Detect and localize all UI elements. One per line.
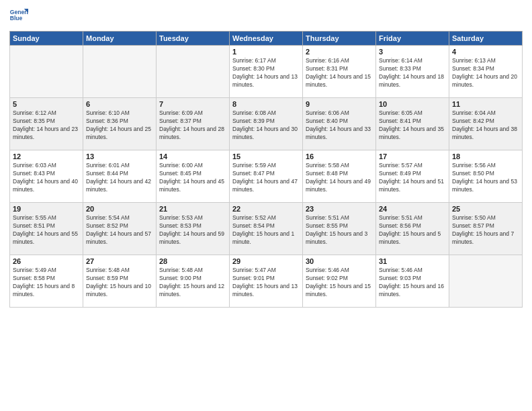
day-info: Sunrise: 5:47 AMSunset: 9:01 PMDaylight:… bbox=[232, 267, 300, 299]
day-number: 22 bbox=[232, 205, 300, 213]
day-info: Sunrise: 5:48 AMSunset: 8:59 PMDaylight:… bbox=[86, 267, 153, 299]
day-info: Sunrise: 5:46 AMSunset: 9:03 PMDaylight:… bbox=[379, 267, 446, 299]
calendar-cell: 18Sunrise: 5:56 AMSunset: 8:50 PMDayligh… bbox=[449, 150, 523, 203]
day-number: 3 bbox=[379, 48, 446, 56]
day-number: 9 bbox=[306, 100, 373, 108]
day-info: Sunrise: 6:12 AMSunset: 8:35 PMDaylight:… bbox=[13, 109, 80, 142]
day-info: Sunrise: 6:06 AMSunset: 8:40 PMDaylight:… bbox=[306, 109, 373, 142]
day-info: Sunrise: 5:49 AMSunset: 8:58 PMDaylight:… bbox=[13, 267, 80, 299]
day-info: Sunrise: 6:05 AMSunset: 8:41 PMDaylight:… bbox=[379, 109, 446, 142]
day-number: 31 bbox=[379, 257, 446, 265]
day-info: Sunrise: 5:52 AMSunset: 8:54 PMDaylight:… bbox=[232, 214, 300, 246]
day-number: 20 bbox=[86, 205, 153, 213]
header-friday: Friday bbox=[376, 32, 449, 46]
day-info: Sunrise: 6:09 AMSunset: 8:37 PMDaylight:… bbox=[159, 109, 226, 142]
calendar-cell: 25Sunrise: 5:50 AMSunset: 8:57 PMDayligh… bbox=[449, 203, 523, 255]
calendar-cell: 19Sunrise: 5:55 AMSunset: 8:51 PMDayligh… bbox=[10, 203, 83, 255]
day-number: 11 bbox=[452, 100, 519, 108]
calendar-cell: 9Sunrise: 6:06 AMSunset: 8:40 PMDaylight… bbox=[303, 98, 376, 150]
day-number: 27 bbox=[86, 257, 153, 265]
calendar-cell bbox=[10, 46, 83, 98]
day-info: Sunrise: 6:08 AMSunset: 8:39 PMDaylight:… bbox=[232, 109, 300, 142]
calendar-cell: 3Sunrise: 6:14 AMSunset: 8:33 PMDaylight… bbox=[376, 46, 449, 98]
day-number: 10 bbox=[379, 100, 446, 108]
calendar-cell: 16Sunrise: 5:58 AMSunset: 8:48 PMDayligh… bbox=[303, 150, 376, 203]
day-number: 8 bbox=[232, 100, 300, 108]
calendar-cell: 15Sunrise: 5:59 AMSunset: 8:47 PMDayligh… bbox=[230, 150, 303, 203]
calendar-cell: 17Sunrise: 5:57 AMSunset: 8:49 PMDayligh… bbox=[376, 150, 449, 203]
calendar-cell: 23Sunrise: 5:51 AMSunset: 8:55 PMDayligh… bbox=[303, 203, 376, 255]
calendar-cell: 8Sunrise: 6:08 AMSunset: 8:39 PMDaylight… bbox=[230, 98, 303, 150]
header-thursday: Thursday bbox=[303, 32, 376, 46]
calendar-cell bbox=[83, 46, 157, 98]
calendar-cell: 4Sunrise: 6:13 AMSunset: 8:34 PMDaylight… bbox=[449, 46, 523, 98]
header-saturday: Saturday bbox=[449, 32, 523, 46]
day-number: 28 bbox=[159, 257, 226, 265]
day-info: Sunrise: 6:13 AMSunset: 8:34 PMDaylight:… bbox=[452, 57, 519, 89]
day-number: 26 bbox=[13, 257, 80, 265]
calendar-cell: 10Sunrise: 6:05 AMSunset: 8:41 PMDayligh… bbox=[376, 98, 449, 150]
calendar-table: SundayMondayTuesdayWednesdayThursdayFrid… bbox=[9, 31, 523, 308]
calendar-header-row: SundayMondayTuesdayWednesdayThursdayFrid… bbox=[10, 32, 523, 46]
day-number: 12 bbox=[13, 152, 80, 161]
day-info: Sunrise: 6:03 AMSunset: 8:43 PMDaylight:… bbox=[13, 162, 80, 194]
day-info: Sunrise: 6:14 AMSunset: 8:33 PMDaylight:… bbox=[379, 57, 446, 89]
day-info: Sunrise: 5:53 AMSunset: 8:53 PMDaylight:… bbox=[159, 214, 226, 246]
header-monday: Monday bbox=[83, 32, 157, 46]
day-number: 19 bbox=[13, 205, 80, 213]
calendar-week-row: 1Sunrise: 6:17 AMSunset: 8:30 PMDaylight… bbox=[10, 46, 523, 98]
calendar-cell: 1Sunrise: 6:17 AMSunset: 8:30 PMDaylight… bbox=[230, 46, 303, 98]
header-sunday: Sunday bbox=[10, 32, 83, 46]
calendar-cell: 21Sunrise: 5:53 AMSunset: 8:53 PMDayligh… bbox=[157, 203, 230, 255]
day-info: Sunrise: 5:59 AMSunset: 8:47 PMDaylight:… bbox=[232, 162, 300, 194]
day-info: Sunrise: 6:04 AMSunset: 8:42 PMDaylight:… bbox=[452, 109, 519, 142]
calendar-week-row: 26Sunrise: 5:49 AMSunset: 8:58 PMDayligh… bbox=[10, 255, 523, 308]
day-info: Sunrise: 6:17 AMSunset: 8:30 PMDaylight:… bbox=[232, 57, 300, 89]
calendar-cell: 11Sunrise: 6:04 AMSunset: 8:42 PMDayligh… bbox=[449, 98, 523, 150]
header-tuesday: Tuesday bbox=[157, 32, 230, 46]
calendar-cell: 29Sunrise: 5:47 AMSunset: 9:01 PMDayligh… bbox=[230, 255, 303, 308]
calendar-cell: 26Sunrise: 5:49 AMSunset: 8:58 PMDayligh… bbox=[10, 255, 83, 308]
day-number: 16 bbox=[306, 152, 373, 161]
day-number: 24 bbox=[379, 205, 446, 213]
day-info: Sunrise: 5:48 AMSunset: 9:00 PMDaylight:… bbox=[159, 267, 226, 299]
day-number: 2 bbox=[306, 48, 373, 56]
day-info: Sunrise: 6:16 AMSunset: 8:31 PMDaylight:… bbox=[306, 57, 373, 89]
day-number: 14 bbox=[159, 152, 226, 161]
day-info: Sunrise: 5:57 AMSunset: 8:49 PMDaylight:… bbox=[379, 162, 446, 194]
day-info: Sunrise: 5:55 AMSunset: 8:51 PMDaylight:… bbox=[13, 214, 80, 246]
day-number: 18 bbox=[452, 152, 519, 161]
day-number: 13 bbox=[86, 152, 153, 161]
day-number: 4 bbox=[452, 48, 519, 56]
calendar-cell: 27Sunrise: 5:48 AMSunset: 8:59 PMDayligh… bbox=[83, 255, 157, 308]
day-info: Sunrise: 5:56 AMSunset: 8:50 PMDaylight:… bbox=[452, 162, 519, 194]
day-number: 1 bbox=[232, 48, 300, 56]
svg-text:Blue: Blue bbox=[10, 15, 23, 21]
calendar-cell: 24Sunrise: 5:51 AMSunset: 8:56 PMDayligh… bbox=[376, 203, 449, 255]
calendar-week-row: 19Sunrise: 5:55 AMSunset: 8:51 PMDayligh… bbox=[10, 203, 523, 255]
calendar-page: General Blue SundayMondayTuesdayWednesda… bbox=[0, 0, 532, 411]
calendar-cell bbox=[157, 46, 230, 98]
day-number: 7 bbox=[159, 100, 226, 108]
day-info: Sunrise: 5:46 AMSunset: 9:02 PMDaylight:… bbox=[306, 267, 373, 299]
day-number: 29 bbox=[232, 257, 300, 265]
day-info: Sunrise: 6:10 AMSunset: 8:36 PMDaylight:… bbox=[86, 109, 153, 142]
header-wednesday: Wednesday bbox=[230, 32, 303, 46]
calendar-cell: 22Sunrise: 5:52 AMSunset: 8:54 PMDayligh… bbox=[230, 203, 303, 255]
calendar-cell: 31Sunrise: 5:46 AMSunset: 9:03 PMDayligh… bbox=[376, 255, 449, 308]
day-number: 17 bbox=[379, 152, 446, 161]
day-info: Sunrise: 5:51 AMSunset: 8:55 PMDaylight:… bbox=[306, 214, 373, 246]
calendar-cell: 12Sunrise: 6:03 AMSunset: 8:43 PMDayligh… bbox=[10, 150, 83, 203]
calendar-cell: 30Sunrise: 5:46 AMSunset: 9:02 PMDayligh… bbox=[303, 255, 376, 308]
day-info: Sunrise: 5:58 AMSunset: 8:48 PMDaylight:… bbox=[306, 162, 373, 194]
day-number: 6 bbox=[86, 100, 153, 108]
calendar-cell: 2Sunrise: 6:16 AMSunset: 8:31 PMDaylight… bbox=[303, 46, 376, 98]
logo: General Blue bbox=[9, 7, 28, 26]
calendar-cell: 7Sunrise: 6:09 AMSunset: 8:37 PMDaylight… bbox=[157, 98, 230, 150]
day-info: Sunrise: 5:51 AMSunset: 8:56 PMDaylight:… bbox=[379, 214, 446, 246]
day-number: 23 bbox=[306, 205, 373, 213]
calendar-week-row: 5Sunrise: 6:12 AMSunset: 8:35 PMDaylight… bbox=[10, 98, 523, 150]
calendar-cell: 28Sunrise: 5:48 AMSunset: 9:00 PMDayligh… bbox=[157, 255, 230, 308]
day-number: 5 bbox=[13, 100, 80, 108]
calendar-week-row: 12Sunrise: 6:03 AMSunset: 8:43 PMDayligh… bbox=[10, 150, 523, 203]
